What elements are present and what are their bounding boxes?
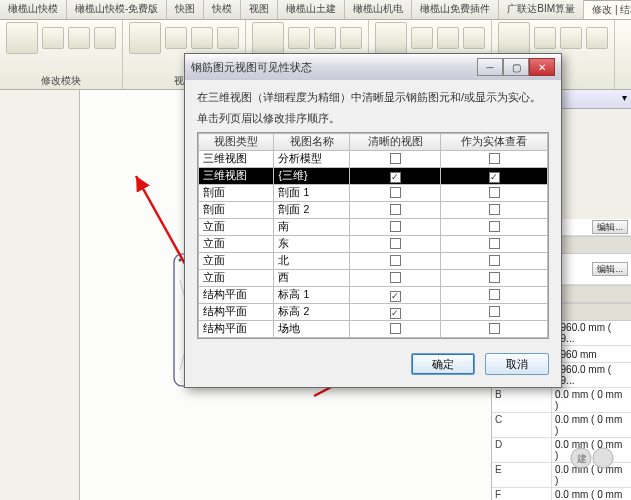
ribbon-icon[interactable] (288, 27, 310, 49)
prop-row[interactable]: B0.0 mm ( 0 mm ) (492, 388, 631, 413)
tab-1[interactable]: 橄榄山快模-免费版 (67, 0, 167, 19)
visibility-edit-button[interactable]: 编辑... (592, 262, 628, 276)
ribbon-icon[interactable] (6, 22, 38, 54)
checkbox-clear[interactable] (390, 204, 401, 215)
grid-row[interactable]: 剖面剖面 2 (199, 202, 548, 219)
grid-row[interactable]: 结构平面标高 2 (199, 304, 548, 321)
ribbon-group: 修改模块 (0, 20, 123, 89)
maximize-button[interactable]: ▢ (503, 58, 529, 76)
prop-row[interactable]: F0.0 mm ( 0 mm ) (492, 488, 631, 500)
ribbon-icon[interactable] (129, 22, 161, 54)
grid-row[interactable]: 立面北 (199, 253, 548, 270)
watermark: 建 (569, 446, 625, 470)
checkbox-solid[interactable] (489, 153, 500, 164)
tab-9[interactable]: 修改 | 结构钢筋 (584, 0, 631, 19)
tab-6[interactable]: 橄榄山机电 (345, 0, 412, 19)
ribbon-group-label: 修改模块 (6, 73, 116, 88)
ribbon-icon[interactable] (94, 27, 116, 49)
tab-2[interactable]: 快图 (167, 0, 204, 19)
grid-row[interactable]: 立面西 (199, 270, 548, 287)
cancel-button[interactable]: 取消 (485, 353, 549, 375)
checkbox-clear[interactable] (390, 187, 401, 198)
checkbox-solid[interactable] (489, 272, 500, 283)
dialog-desc-2: 单击列页眉以修改排序顺序。 (197, 111, 549, 126)
svg-point-10 (593, 448, 613, 468)
ribbon-icon[interactable] (252, 22, 284, 54)
checkbox-clear[interactable] (390, 323, 401, 334)
grid-row[interactable]: 三维视图分析模型 (199, 151, 548, 168)
svg-text:建: 建 (576, 453, 587, 464)
grid-header[interactable]: 视图类型 (199, 134, 274, 151)
checkbox-solid[interactable] (489, 289, 500, 300)
grid-row[interactable]: 结构平面标高 1 (199, 287, 548, 304)
ribbon-icon[interactable] (68, 27, 90, 49)
grid-header[interactable]: 清晰的视图 (349, 134, 440, 151)
ribbon-icon[interactable] (42, 27, 64, 49)
grid-header[interactable]: 视图名称 (274, 134, 349, 151)
checkbox-solid[interactable] (489, 204, 500, 215)
visibility-dialog: 钢筋图元视图可见性状态 ─ ▢ ✕ 在三维视图（详细程度为精细）中清晰显示钢筋图… (184, 53, 562, 388)
tab-3[interactable]: 快模 (204, 0, 241, 19)
tab-4[interactable]: 视图 (241, 0, 278, 19)
grid-row[interactable]: 立面东 (199, 236, 548, 253)
prop-row[interactable]: C0.0 mm ( 0 mm ) (492, 413, 631, 438)
checkbox-clear[interactable] (390, 172, 401, 183)
grid-row[interactable]: 结构平面场地 (199, 321, 548, 338)
checkbox-solid[interactable] (489, 306, 500, 317)
grid-header[interactable]: 作为实体查看 (441, 134, 548, 151)
dropdown-icon[interactable]: ▾ (622, 92, 627, 106)
ribbon-icon[interactable] (411, 27, 433, 49)
close-button[interactable]: ✕ (529, 58, 555, 76)
main-tabs: 橄榄山快模橄榄山快模-免费版快图快模视图橄榄山土建橄榄山机电橄榄山免费插件广联达… (0, 0, 631, 20)
tab-7[interactable]: 橄榄山免费插件 (412, 0, 499, 19)
ribbon-icon[interactable] (191, 27, 213, 49)
edit-button[interactable]: 编辑... (592, 220, 628, 234)
checkbox-solid[interactable] (489, 187, 500, 198)
grid-row[interactable]: 立面南 (199, 219, 548, 236)
ribbon-icon[interactable] (534, 27, 556, 49)
ribbon-icon[interactable] (314, 27, 336, 49)
tab-5[interactable]: 橄榄山土建 (278, 0, 345, 19)
ribbon-icon[interactable] (165, 27, 187, 49)
checkbox-clear[interactable] (390, 308, 401, 319)
grid-row[interactable]: 剖面剖面 1 (199, 185, 548, 202)
checkbox-solid[interactable] (489, 221, 500, 232)
ribbon-icon[interactable] (375, 22, 407, 54)
tab-0[interactable]: 橄榄山快模 (0, 0, 67, 19)
minimize-button[interactable]: ─ (477, 58, 503, 76)
ribbon-icon[interactable] (463, 27, 485, 49)
visibility-grid[interactable]: 视图类型视图名称清晰的视图作为实体查看三维视图分析模型三维视图{三维}剖面剖面 … (197, 132, 549, 339)
checkbox-clear[interactable] (390, 291, 401, 302)
checkbox-solid[interactable] (489, 323, 500, 334)
ok-button[interactable]: 确定 (411, 353, 475, 375)
ribbon-icon[interactable] (437, 27, 459, 49)
ribbon-icon[interactable] (498, 22, 530, 54)
ribbon-icon[interactable] (560, 27, 582, 49)
tab-8[interactable]: 广联达BIM算量 (499, 0, 584, 19)
checkbox-solid[interactable] (489, 238, 500, 249)
dialog-titlebar[interactable]: 钢筋图元视图可见性状态 ─ ▢ ✕ (185, 54, 561, 80)
canvas-left-panel (0, 90, 80, 500)
checkbox-clear[interactable] (390, 255, 401, 266)
ribbon-icon[interactable] (340, 27, 362, 49)
dialog-title: 钢筋图元视图可见性状态 (191, 60, 477, 75)
dialog-desc-1: 在三维视图（详细程度为精细）中清晰显示钢筋图元和/或显示为实心。 (197, 90, 549, 105)
checkbox-clear[interactable] (390, 238, 401, 249)
checkbox-solid[interactable] (489, 255, 500, 266)
checkbox-clear[interactable] (390, 221, 401, 232)
checkbox-clear[interactable] (390, 153, 401, 164)
checkbox-clear[interactable] (390, 272, 401, 283)
grid-row[interactable]: 三维视图{三维} (199, 168, 548, 185)
ribbon-icon[interactable] (586, 27, 608, 49)
svg-point-1 (179, 259, 182, 262)
checkbox-solid[interactable] (489, 172, 500, 183)
ribbon-icon[interactable] (217, 27, 239, 49)
